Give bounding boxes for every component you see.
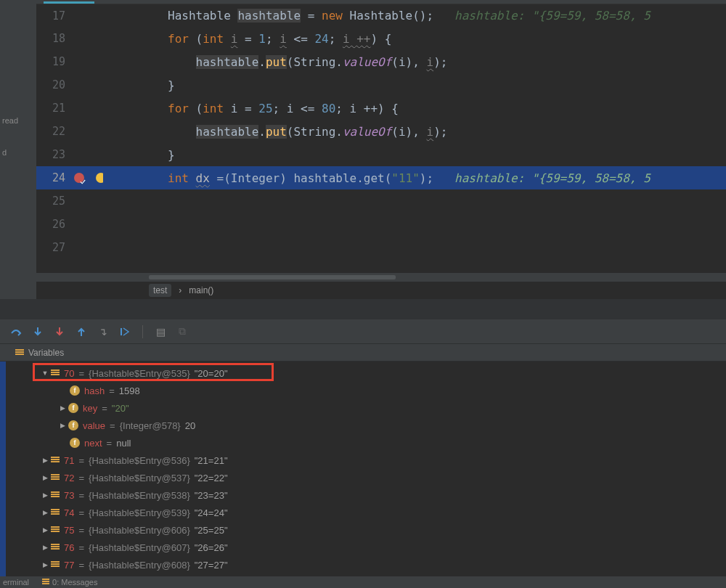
code-line[interactable]: } bbox=[107, 78, 726, 92]
line-number: 18 bbox=[36, 32, 73, 45]
line-number: 27 bbox=[36, 241, 73, 254]
debug-toolbar: ↴ ▤ ⧉ bbox=[0, 319, 726, 344]
disclosure-right-icon[interactable]: ▶ bbox=[41, 526, 49, 534]
messages-tab[interactable]: 0: Messages bbox=[42, 578, 97, 587]
code-editor[interactable]: 17 Hashtable hashtable = new Hashtable()… bbox=[36, 4, 726, 273]
line-number: 17 bbox=[36, 9, 73, 23]
step-into-icon[interactable] bbox=[32, 326, 44, 338]
entry-icon bbox=[51, 561, 60, 568]
code-line[interactable]: } bbox=[107, 148, 726, 162]
disclosure-right-icon[interactable]: ▶ bbox=[41, 491, 49, 499]
entry-icon bbox=[51, 457, 60, 464]
variables-tree[interactable]: ▼ 70 = {Hashtable$Entry@535} "20=20" f h… bbox=[0, 362, 726, 576]
bottom-tool-bar[interactable]: erminal 0: Messages bbox=[0, 576, 726, 588]
debugger-panel: ↴ ▤ ⧉ Variables ▼ 70 = {Hashtable$Entry@… bbox=[0, 299, 726, 588]
breadcrumb-method[interactable]: main() bbox=[189, 285, 213, 295]
entry-icon bbox=[51, 491, 60, 499]
code-line[interactable]: int dx =(Integer) hashtable.get("11"); h… bbox=[103, 171, 726, 185]
side-label-d: d bbox=[0, 144, 36, 160]
disclosure-down-icon[interactable]: ▼ bbox=[41, 369, 49, 377]
entry-icon bbox=[51, 509, 60, 516]
line-number: 19 bbox=[36, 55, 73, 68]
line-number: 20 bbox=[36, 78, 73, 91]
code-line[interactable]: for (int i = 25; i <= 80; i ++) { bbox=[107, 102, 726, 115]
code-line[interactable]: Hashtable hashtable = new Hashtable(); h… bbox=[107, 9, 726, 23]
breadcrumb-class[interactable]: test bbox=[149, 284, 171, 297]
disclosure-right-icon[interactable]: ▶ bbox=[41, 560, 49, 569]
line-number: 24 bbox=[36, 171, 73, 184]
code-line[interactable]: hashtable.put(String.valueOf(i), i); bbox=[107, 55, 726, 69]
disclosure-right-icon[interactable]: ▶ bbox=[41, 508, 49, 517]
drop-frame-icon[interactable]: ↴ bbox=[97, 326, 109, 338]
horizontal-scrollbar[interactable] bbox=[36, 273, 726, 282]
entry-icon bbox=[51, 369, 60, 377]
entry-icon bbox=[51, 474, 60, 481]
run-to-cursor-icon[interactable] bbox=[119, 326, 131, 338]
code-line[interactable]: hashtable.put(String.valueOf(i), i); bbox=[107, 125, 726, 139]
frame-gutter bbox=[0, 362, 6, 576]
disclosure-right-icon[interactable]: ▶ bbox=[41, 456, 49, 465]
disclosure-right-icon[interactable]: ▶ bbox=[58, 404, 67, 412]
line-number: 21 bbox=[36, 102, 73, 115]
field-icon: f bbox=[68, 403, 78, 413]
line-number: 26 bbox=[36, 218, 73, 231]
disclosure-right-icon[interactable]: ▶ bbox=[41, 543, 49, 552]
side-label-read: read bbox=[0, 113, 36, 128]
field-icon: f bbox=[70, 385, 80, 396]
left-tool-sidebar[interactable]: read d bbox=[0, 4, 36, 299]
field-icon: f bbox=[68, 420, 78, 430]
code-line[interactable]: for (int i = 1; i <= 24; i ++) { bbox=[107, 32, 726, 46]
terminal-tab[interactable]: erminal bbox=[3, 578, 29, 587]
breakpoint-icon[interactable] bbox=[74, 173, 84, 183]
disclosure-right-icon[interactable]: ▶ bbox=[41, 473, 49, 482]
line-number: 23 bbox=[36, 148, 73, 161]
disclosure-right-icon[interactable]: ▶ bbox=[58, 421, 67, 430]
variables-icon bbox=[15, 349, 24, 356]
entry-icon bbox=[51, 544, 60, 551]
calculator-icon[interactable]: ▤ bbox=[155, 326, 166, 338]
watches-toggle-icon[interactable]: ⧉ bbox=[176, 326, 188, 338]
step-out-icon[interactable] bbox=[76, 326, 87, 338]
step-over-icon[interactable] bbox=[10, 326, 22, 338]
breadcrumb[interactable]: test › main() bbox=[36, 282, 726, 299]
messages-icon bbox=[42, 579, 49, 586]
line-number: 25 bbox=[36, 195, 73, 208]
force-step-into-icon[interactable] bbox=[54, 326, 65, 338]
line-number: 22 bbox=[36, 125, 73, 138]
field-icon: f bbox=[70, 438, 80, 448]
entry-icon bbox=[51, 526, 60, 534]
variables-header[interactable]: Variables bbox=[0, 344, 726, 362]
